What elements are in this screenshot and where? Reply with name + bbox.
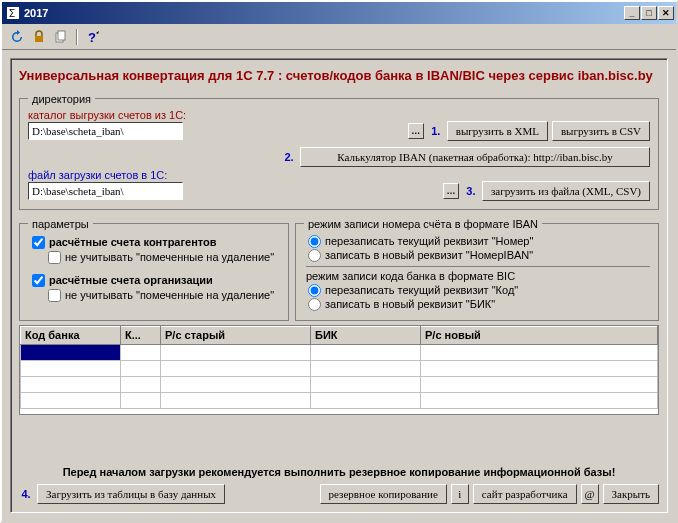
import-path-input[interactable] (28, 182, 183, 200)
help-icon[interactable]: ? (84, 28, 102, 46)
titlebar: Σ 2017 _ □ ✕ (2, 2, 676, 24)
svg-text:?: ? (88, 30, 96, 44)
org-label: расчётные счета организации (49, 274, 213, 286)
step-1: 1. (429, 125, 443, 137)
docs-icon[interactable] (52, 28, 70, 46)
col-old-acc[interactable]: Р/с старый (161, 326, 311, 344)
developer-site-button[interactable]: сайт разработчика (473, 484, 577, 504)
export-browse-button[interactable]: … (408, 123, 424, 139)
export-csv-button[interactable]: выгрузить в CSV (552, 121, 650, 141)
at-icon[interactable]: @ (581, 484, 599, 504)
params-legend: параметры (28, 218, 93, 230)
refresh-icon[interactable] (8, 28, 26, 46)
iban-overwrite-radio[interactable] (308, 235, 321, 248)
export-path-input[interactable] (28, 122, 183, 140)
table-row[interactable] (21, 344, 658, 360)
close-app-button[interactable]: Закрыть (603, 484, 659, 504)
svg-text:Σ: Σ (9, 8, 15, 19)
iban-mode-legend: режим записи номера счёта в формате IBAN (304, 218, 542, 230)
page-title: Универсальная конвертация для 1С 7.7 : с… (19, 67, 659, 85)
import-browse-button[interactable]: … (443, 183, 459, 199)
directory-legend: директория (28, 93, 95, 105)
info-button[interactable]: i (451, 484, 469, 504)
bic-overwrite-label: перезаписать текущий реквизит "Код" (325, 284, 518, 296)
toolbar: ? (2, 24, 676, 50)
import-label: файл загрузки счетов в 1С: (28, 169, 650, 181)
svg-rect-4 (58, 31, 65, 40)
bic-newfield-radio[interactable] (308, 298, 321, 311)
params-group: параметры расчётные счета контрагентов н… (19, 218, 289, 321)
export-label: каталог выгрузки счетов из 1С: (28, 109, 650, 121)
bic-mode-legend: режим записи кода банка в формате BIC (306, 266, 650, 282)
directory-group: директория каталог выгрузки счетов из 1С… (19, 93, 659, 210)
col-k[interactable]: К... (121, 326, 161, 344)
load-to-db-button[interactable]: Загрузить из таблицы в базу данных (37, 484, 225, 504)
org-skip-deleted-label: не учитывать "помеченные на удаление" (65, 289, 274, 301)
app-icon: Σ (6, 6, 20, 20)
step-4: 4. (19, 488, 33, 500)
minimize-button[interactable]: _ (624, 6, 640, 20)
close-button[interactable]: ✕ (658, 6, 674, 20)
svg-rect-2 (35, 36, 43, 42)
bic-overwrite-radio[interactable] (308, 284, 321, 297)
main-panel: Универсальная конвертация для 1С 7.7 : с… (10, 58, 668, 513)
bic-newfield-label: записать в новый реквизит "БИК" (325, 298, 495, 310)
step-2: 2. (282, 151, 296, 163)
app-window: Σ 2017 _ □ ✕ ? Универсальная конвертация… (0, 0, 678, 523)
iban-newfield-radio[interactable] (308, 249, 321, 262)
table-row[interactable] (21, 360, 658, 376)
contractors-skip-deleted-label: не учитывать "помеченные на удаление" (65, 251, 274, 263)
step-3: 3. (464, 185, 478, 197)
iban-mode-group: режим записи номера счёта в формате IBAN… (295, 218, 659, 321)
lock-icon[interactable] (30, 28, 48, 46)
col-bic[interactable]: БИК (311, 326, 421, 344)
window-title: 2017 (24, 7, 624, 19)
table-row[interactable] (21, 392, 658, 408)
load-file-button[interactable]: загрузить из файла (XML, CSV) (482, 181, 650, 201)
maximize-button[interactable]: □ (641, 6, 657, 20)
org-skip-deleted-checkbox[interactable] (48, 289, 61, 302)
table-row[interactable] (21, 376, 658, 392)
iban-overwrite-label: перезаписать текущий реквизит "Номер" (325, 235, 533, 247)
export-xml-button[interactable]: выгрузить в XML (447, 121, 548, 141)
footer-warning: Перед началом загрузки рекомендуется вып… (19, 466, 659, 478)
backup-button[interactable]: резервное копирование (320, 484, 447, 504)
contractors-skip-deleted-checkbox[interactable] (48, 251, 61, 264)
accounts-table[interactable]: Код банка К... Р/с старый БИК Р/с новый (19, 325, 659, 415)
org-checkbox[interactable] (32, 274, 45, 287)
contractors-checkbox[interactable] (32, 236, 45, 249)
iban-newfield-label: записать в новый реквизит "НомерIBAN" (325, 249, 533, 261)
col-new-acc[interactable]: Р/с новый (421, 326, 658, 344)
contractors-label: расчётные счета контрагентов (49, 236, 217, 248)
col-bank-code[interactable]: Код банка (21, 326, 121, 344)
iban-calculator-button[interactable]: Калькулятор IBAN (пакетная обработка): h… (300, 147, 650, 167)
